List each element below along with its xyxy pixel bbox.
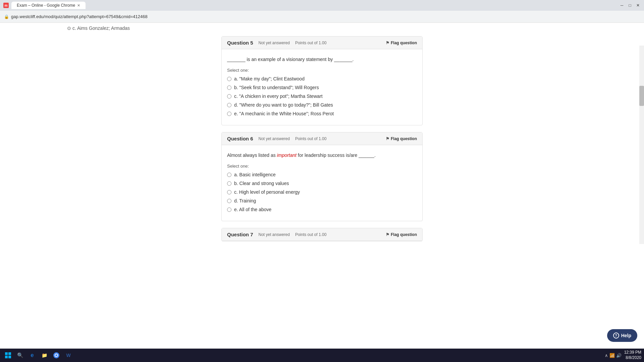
question-6-option-d: d. Training	[227, 198, 417, 203]
question-6-select-label: Select one:	[227, 164, 417, 169]
question-6-points: Points out of 1.00	[295, 136, 326, 141]
question-6-radio-a[interactable]	[227, 173, 231, 177]
question-5-points: Points out of 1.00	[295, 41, 326, 45]
question-5-option-b: b. "Seek first to understand"; Will Roge…	[227, 85, 417, 90]
browser-favicon: m	[3, 3, 9, 8]
question-5-label-b[interactable]: b. "Seek first to understand"; Will Roge…	[234, 85, 319, 90]
question-5-status: Not yet answered	[259, 41, 290, 45]
flag-icon-5: ⚑	[386, 41, 389, 45]
question-6-label-d[interactable]: d. Training	[234, 198, 256, 203]
question-5-radio-c[interactable]	[227, 94, 231, 99]
question-5-block: Question 5 Not yet answered Points out o…	[221, 36, 423, 125]
browser-tab[interactable]: Exam – Online - Google Chrome ✕	[11, 2, 86, 9]
question-5-label-a[interactable]: a. "Make my day"; Clint Eastwood	[234, 76, 305, 81]
truncated-top: ⊙ c. Aims Gonzalez; Armadas	[0, 23, 644, 36]
question-6-body: Almost always listed as important for le…	[222, 145, 422, 221]
flag-icon-7: ⚑	[386, 232, 389, 237]
tab-label: Exam – Online - Google Chrome	[17, 3, 75, 8]
tab-close-icon[interactable]: ✕	[77, 3, 80, 8]
truncated-text: ⊙ c. Aims Gonzalez; Armadas	[67, 25, 130, 31]
question-5-label-d[interactable]: d. "Where do you want to go today?"; Bil…	[234, 102, 333, 108]
flag-icon-6: ⚑	[386, 136, 389, 141]
question-6-number: Question 6	[227, 136, 253, 141]
scrollbar[interactable]	[639, 46, 644, 244]
scrollbar-thumb[interactable]	[639, 86, 644, 106]
question-6-option-a: a. Basic intelligence	[227, 172, 417, 177]
question-5-radio-e[interactable]	[227, 112, 231, 116]
question-6-label-c[interactable]: c. High level of personal energy	[234, 189, 300, 195]
question-5-option-a: a. "Make my day"; Clint Eastwood	[227, 76, 417, 81]
question-6-flag-button[interactable]: ⚑ Flag question	[386, 136, 417, 141]
question-6-flag-label: Flag question	[391, 136, 417, 141]
lock-icon: 🔒	[4, 14, 9, 19]
question-5-flag-label: Flag question	[391, 41, 417, 45]
maximize-button[interactable]: □	[627, 3, 633, 8]
browser-titlebar: m Exam – Online - Google Chrome ✕ ─ □ ✕	[0, 0, 644, 11]
question-6-radio-e[interactable]	[227, 207, 231, 212]
question-5-option-c: c. "A chicken in every pot"; Martha Stew…	[227, 94, 417, 99]
question-7-flag-label: Flag question	[391, 232, 417, 237]
question-6-radio-c[interactable]	[227, 190, 231, 194]
question-6-radio-b[interactable]	[227, 181, 231, 186]
question-5-text: _______ is an example of a visionary sta…	[227, 56, 417, 63]
close-button[interactable]: ✕	[635, 3, 641, 8]
page-content: ⊙ c. Aims Gonzalez; Armadas Question 5 N…	[0, 23, 644, 257]
question-6-header: Question 6 Not yet answered Points out o…	[222, 132, 422, 145]
question-5-label-c[interactable]: c. "A chicken in every pot"; Martha Stew…	[234, 94, 323, 99]
question-6-block: Question 6 Not yet answered Points out o…	[221, 132, 423, 221]
question-5-radio-d[interactable]	[227, 103, 231, 107]
question-5-header: Question 5 Not yet answered Points out o…	[222, 37, 422, 49]
question-6-option-e: e. All of the above	[227, 207, 417, 212]
question-6-option-b: b. Clear and strong values	[227, 181, 417, 186]
question-6-option-c: c. High level of personal energy	[227, 189, 417, 195]
question-7-flag-button[interactable]: ⚑ Flag question	[386, 232, 417, 237]
question-5-option-e: e. "A mechanic in the White House"; Ross…	[227, 111, 417, 116]
question-7-header: Question 7 Not yet answered Points out o…	[222, 228, 422, 241]
question-5-flag-button[interactable]: ⚑ Flag question	[386, 41, 417, 45]
question-5-number: Question 5	[227, 40, 253, 46]
question-5-label-e[interactable]: e. "A mechanic in the White House"; Ross…	[234, 111, 334, 116]
question-7-number: Question 7	[227, 232, 253, 237]
question-7-points: Points out of 1.00	[295, 232, 326, 237]
question-6-text: Almost always listed as important for le…	[227, 152, 417, 159]
question-6-label-e[interactable]: e. All of the above	[234, 207, 271, 212]
question-6-status: Not yet answered	[259, 136, 290, 141]
question-5-option-d: d. "Where do you want to go today?"; Bil…	[227, 102, 417, 108]
address-bar: 🔒 gap.westcliff.edu/mod/quiz/attempt.php…	[0, 11, 644, 23]
question-5-radio-b[interactable]	[227, 85, 231, 90]
question-6-radio-d[interactable]	[227, 199, 231, 203]
question-5-select-label: Select one:	[227, 68, 417, 73]
question-7-status: Not yet answered	[259, 232, 290, 237]
question-6-label-b[interactable]: b. Clear and strong values	[234, 181, 289, 186]
question-7-block: Question 7 Not yet answered Points out o…	[221, 228, 423, 241]
question-6-label-a[interactable]: a. Basic intelligence	[234, 172, 276, 177]
question-5-body: _______ is an example of a visionary sta…	[222, 49, 422, 125]
window-controls: ─ □ ✕	[619, 3, 641, 8]
question-5-radio-a[interactable]	[227, 77, 231, 81]
minimize-button[interactable]: ─	[619, 3, 625, 8]
url-text[interactable]: gap.westcliff.edu/mod/quiz/attempt.php?a…	[11, 14, 148, 19]
